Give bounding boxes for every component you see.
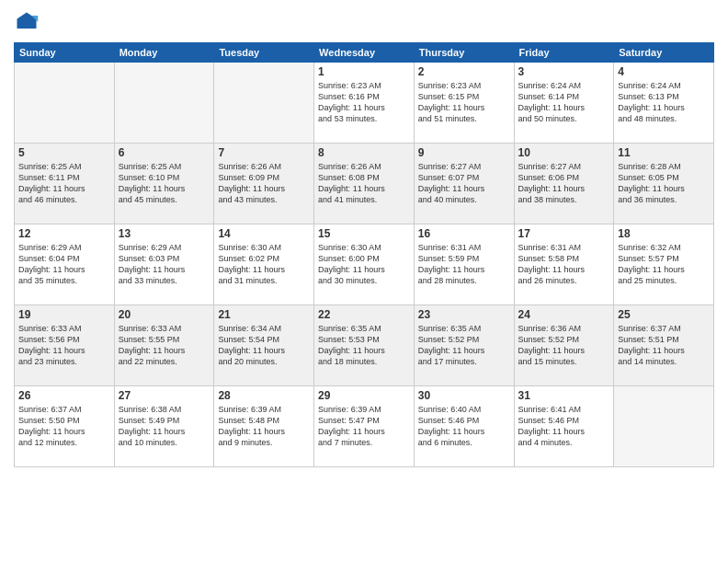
- calendar-cell-4-6: [614, 386, 714, 467]
- day-number: 27: [119, 389, 210, 402]
- calendar-cell-2-4: 16Sunrise: 6:31 AM Sunset: 5:59 PM Dayli…: [414, 224, 514, 305]
- calendar-cell-0-2: [214, 63, 314, 144]
- day-info: Sunrise: 6:27 AM Sunset: 6:07 PM Dayligh…: [418, 161, 510, 206]
- day-number: 6: [119, 146, 210, 159]
- day-number: 8: [318, 146, 410, 159]
- calendar-cell-0-6: 4Sunrise: 6:24 AM Sunset: 6:13 PM Daylig…: [614, 63, 714, 144]
- calendar-cell-4-2: 28Sunrise: 6:39 AM Sunset: 5:48 PM Dayli…: [214, 386, 314, 467]
- day-number: 12: [18, 227, 110, 240]
- calendar-cell-2-3: 15Sunrise: 6:30 AM Sunset: 6:00 PM Dayli…: [314, 224, 415, 305]
- weekday-header-sunday: Sunday: [15, 43, 115, 63]
- day-info: Sunrise: 6:39 AM Sunset: 5:48 PM Dayligh…: [218, 404, 310, 449]
- calendar-cell-3-0: 19Sunrise: 6:33 AM Sunset: 5:56 PM Dayli…: [15, 305, 115, 386]
- day-number: 10: [518, 146, 610, 159]
- day-number: 24: [518, 308, 610, 321]
- day-info: Sunrise: 6:30 AM Sunset: 6:02 PM Dayligh…: [218, 242, 310, 287]
- day-info: Sunrise: 6:33 AM Sunset: 5:56 PM Dayligh…: [18, 323, 110, 368]
- weekday-header-row: SundayMondayTuesdayWednesdayThursdayFrid…: [15, 43, 714, 63]
- calendar-cell-0-0: [15, 63, 115, 144]
- day-info: Sunrise: 6:39 AM Sunset: 5:47 PM Dayligh…: [318, 404, 410, 449]
- svg-marker-0: [17, 13, 37, 29]
- day-number: 14: [218, 227, 310, 240]
- calendar-cell-0-3: 1Sunrise: 6:23 AM Sunset: 6:16 PM Daylig…: [314, 63, 415, 144]
- calendar-cell-1-4: 9Sunrise: 6:27 AM Sunset: 6:07 PM Daylig…: [414, 144, 514, 224]
- day-info: Sunrise: 6:35 AM Sunset: 5:53 PM Dayligh…: [318, 323, 410, 368]
- day-info: Sunrise: 6:38 AM Sunset: 5:49 PM Dayligh…: [119, 404, 210, 449]
- calendar-cell-3-1: 20Sunrise: 6:33 AM Sunset: 5:55 PM Dayli…: [114, 305, 214, 386]
- weekday-header-wednesday: Wednesday: [314, 43, 415, 63]
- calendar-cell-2-1: 13Sunrise: 6:29 AM Sunset: 6:03 PM Dayli…: [114, 224, 214, 305]
- week-row-0: 1Sunrise: 6:23 AM Sunset: 6:16 PM Daylig…: [15, 63, 714, 144]
- calendar-cell-3-6: 25Sunrise: 6:37 AM Sunset: 5:51 PM Dayli…: [614, 305, 714, 386]
- calendar-cell-0-5: 3Sunrise: 6:24 AM Sunset: 6:14 PM Daylig…: [514, 63, 614, 144]
- calendar-cell-3-5: 24Sunrise: 6:36 AM Sunset: 5:52 PM Dayli…: [514, 305, 614, 386]
- day-number: 23: [418, 308, 510, 321]
- calendar-cell-1-3: 8Sunrise: 6:26 AM Sunset: 6:08 PM Daylig…: [314, 144, 415, 224]
- week-row-3: 19Sunrise: 6:33 AM Sunset: 5:56 PM Dayli…: [15, 305, 714, 386]
- header: [14, 9, 714, 35]
- calendar-cell-2-6: 18Sunrise: 6:32 AM Sunset: 5:57 PM Dayli…: [614, 224, 714, 305]
- day-number: 1: [318, 65, 410, 78]
- day-info: Sunrise: 6:37 AM Sunset: 5:51 PM Dayligh…: [618, 323, 710, 368]
- day-number: 15: [318, 227, 410, 240]
- day-number: 17: [518, 227, 610, 240]
- weekday-header-monday: Monday: [114, 43, 214, 63]
- weekday-header-friday: Friday: [514, 43, 614, 63]
- day-number: 7: [218, 146, 310, 159]
- day-number: 11: [618, 146, 710, 159]
- day-info: Sunrise: 6:32 AM Sunset: 5:57 PM Dayligh…: [618, 242, 710, 287]
- calendar-cell-2-2: 14Sunrise: 6:30 AM Sunset: 6:02 PM Dayli…: [214, 224, 314, 305]
- calendar-cell-4-1: 27Sunrise: 6:38 AM Sunset: 5:49 PM Dayli…: [114, 386, 214, 467]
- day-number: 28: [218, 389, 310, 402]
- day-number: 3: [518, 65, 610, 78]
- day-info: Sunrise: 6:33 AM Sunset: 5:55 PM Dayligh…: [119, 323, 210, 368]
- day-info: Sunrise: 6:35 AM Sunset: 5:52 PM Dayligh…: [418, 323, 510, 368]
- day-info: Sunrise: 6:26 AM Sunset: 6:09 PM Dayligh…: [218, 161, 310, 206]
- calendar-cell-2-5: 17Sunrise: 6:31 AM Sunset: 5:58 PM Dayli…: [514, 224, 614, 305]
- day-info: Sunrise: 6:23 AM Sunset: 6:15 PM Dayligh…: [418, 80, 510, 125]
- day-info: Sunrise: 6:37 AM Sunset: 5:50 PM Dayligh…: [18, 404, 110, 449]
- calendar-cell-4-0: 26Sunrise: 6:37 AM Sunset: 5:50 PM Dayli…: [15, 386, 115, 467]
- day-number: 26: [18, 389, 110, 402]
- day-number: 16: [418, 227, 510, 240]
- day-number: 20: [119, 308, 210, 321]
- day-number: 4: [618, 65, 710, 78]
- day-number: 21: [218, 308, 310, 321]
- day-number: 22: [318, 308, 410, 321]
- calendar-cell-1-6: 11Sunrise: 6:28 AM Sunset: 6:05 PM Dayli…: [614, 144, 714, 224]
- day-info: Sunrise: 6:36 AM Sunset: 5:52 PM Dayligh…: [518, 323, 610, 368]
- calendar-cell-4-5: 31Sunrise: 6:41 AM Sunset: 5:46 PM Dayli…: [514, 386, 614, 467]
- weekday-header-tuesday: Tuesday: [214, 43, 314, 63]
- calendar-cell-0-1: [114, 63, 214, 144]
- day-info: Sunrise: 6:28 AM Sunset: 6:05 PM Dayligh…: [618, 161, 710, 206]
- day-number: 13: [119, 227, 210, 240]
- week-row-1: 5Sunrise: 6:25 AM Sunset: 6:11 PM Daylig…: [15, 144, 714, 224]
- day-info: Sunrise: 6:27 AM Sunset: 6:06 PM Dayligh…: [518, 161, 610, 206]
- calendar-cell-3-2: 21Sunrise: 6:34 AM Sunset: 5:54 PM Dayli…: [214, 305, 314, 386]
- day-info: Sunrise: 6:25 AM Sunset: 6:11 PM Dayligh…: [18, 161, 110, 206]
- day-number: 25: [618, 308, 710, 321]
- calendar-cell-3-3: 22Sunrise: 6:35 AM Sunset: 5:53 PM Dayli…: [314, 305, 415, 386]
- day-info: Sunrise: 6:34 AM Sunset: 5:54 PM Dayligh…: [218, 323, 310, 368]
- calendar-cell-0-4: 2Sunrise: 6:23 AM Sunset: 6:15 PM Daylig…: [414, 63, 514, 144]
- logo-icon: [14, 9, 40, 35]
- calendar-cell-2-0: 12Sunrise: 6:29 AM Sunset: 6:04 PM Dayli…: [15, 224, 115, 305]
- weekday-header-thursday: Thursday: [414, 43, 514, 63]
- day-number: 18: [618, 227, 710, 240]
- calendar-cell-1-1: 6Sunrise: 6:25 AM Sunset: 6:10 PM Daylig…: [114, 144, 214, 224]
- day-info: Sunrise: 6:23 AM Sunset: 6:16 PM Dayligh…: [318, 80, 410, 125]
- day-info: Sunrise: 6:29 AM Sunset: 6:04 PM Dayligh…: [18, 242, 110, 287]
- day-info: Sunrise: 6:25 AM Sunset: 6:10 PM Dayligh…: [119, 161, 210, 206]
- day-number: 5: [18, 146, 110, 159]
- day-number: 29: [318, 389, 410, 402]
- day-info: Sunrise: 6:29 AM Sunset: 6:03 PM Dayligh…: [119, 242, 210, 287]
- calendar-cell-1-5: 10Sunrise: 6:27 AM Sunset: 6:06 PM Dayli…: [514, 144, 614, 224]
- day-number: 19: [18, 308, 110, 321]
- day-info: Sunrise: 6:30 AM Sunset: 6:00 PM Dayligh…: [318, 242, 410, 287]
- weekday-header-saturday: Saturday: [614, 43, 714, 63]
- day-info: Sunrise: 6:24 AM Sunset: 6:14 PM Dayligh…: [518, 80, 610, 125]
- calendar-cell-1-0: 5Sunrise: 6:25 AM Sunset: 6:11 PM Daylig…: [15, 144, 115, 224]
- calendar-cell-4-4: 30Sunrise: 6:40 AM Sunset: 5:46 PM Dayli…: [414, 386, 514, 467]
- page: SundayMondayTuesdayWednesdayThursdayFrid…: [0, 0, 728, 563]
- day-number: 31: [518, 389, 610, 402]
